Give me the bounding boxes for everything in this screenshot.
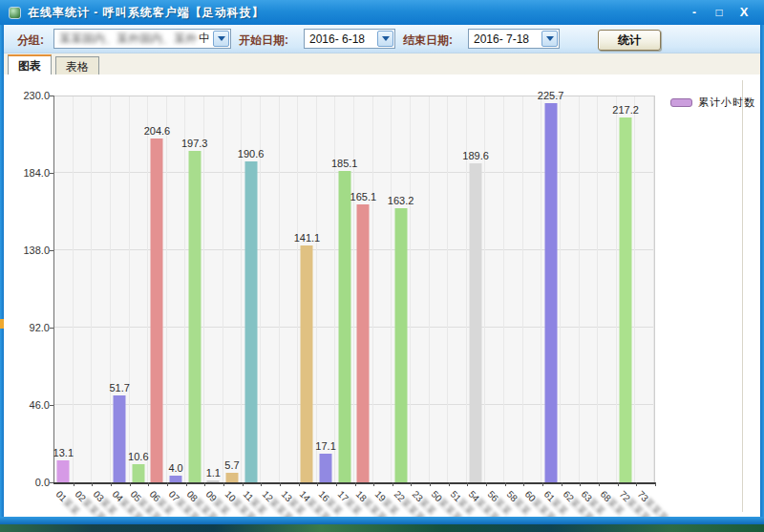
legend-swatch xyxy=(670,98,692,107)
bar-value-label: 204.6 xyxy=(144,125,171,137)
chart-slot: 190.6 xyxy=(242,96,261,482)
y-axis-tick-label: 92.0 xyxy=(13,322,50,333)
bar-value-label: 51.7 xyxy=(109,382,129,394)
bar xyxy=(244,161,257,482)
bar-value-label: 17.1 xyxy=(315,440,335,452)
chart-slot xyxy=(373,96,393,482)
bar xyxy=(470,163,482,482)
x-slot: 02某某某 xyxy=(74,485,93,518)
y-axis-tick xyxy=(50,328,53,329)
start-date-label: 开始日期: xyxy=(239,32,288,49)
desktop-wallpaper-strip xyxy=(0,524,764,532)
bar-value-label: 217.2 xyxy=(612,104,639,116)
app-icon xyxy=(9,7,21,19)
bar-value-label: 4.0 xyxy=(168,462,182,474)
bar-value-label: 185.1 xyxy=(331,158,358,169)
x-slot: 51某某 xyxy=(449,485,468,518)
maximize-button[interactable]: □ xyxy=(709,4,730,21)
chart-slot: 225.7 xyxy=(541,96,561,482)
x-slot: 08某某某 xyxy=(186,485,205,518)
x-slot: 50某某某 xyxy=(430,485,449,518)
x-slot: 23某某 xyxy=(411,485,430,518)
dropdown-arrow-icon[interactable] xyxy=(213,31,229,47)
bar-value-label: 225.7 xyxy=(538,90,564,101)
chart-slot xyxy=(504,96,523,482)
bar xyxy=(170,476,182,482)
bar-value-label: 197.3 xyxy=(181,138,208,149)
title-bar: 在线率统计 - 呼叫系统客户端【足动科技】 - □ X xyxy=(0,0,764,25)
minimize-button[interactable]: - xyxy=(684,4,705,21)
bar xyxy=(225,473,238,482)
x-slot: 13某某 xyxy=(280,485,299,518)
x-slot: 54某某某 xyxy=(467,485,486,518)
chart-slot xyxy=(92,96,111,482)
bar xyxy=(394,208,407,482)
bar-value-label: 141.1 xyxy=(294,232,321,244)
bar-value-label: 189.6 xyxy=(462,150,489,161)
bar-value-label: 190.6 xyxy=(238,148,265,160)
tab-table[interactable]: 表格 xyxy=(55,56,99,74)
chart-slot: 141.1 xyxy=(298,96,317,482)
close-button[interactable]: X xyxy=(733,4,754,21)
tab-chart[interactable]: 图表 xyxy=(8,54,52,74)
bar xyxy=(132,464,144,482)
plot-area: 13.151.710.6204.64.0197.31.15.7190.6141.… xyxy=(54,96,655,482)
bar-value-label: 13.1 xyxy=(53,447,74,458)
x-slot: 63某某 xyxy=(580,485,599,518)
x-slot: 17某某 xyxy=(336,485,355,518)
y-axis-line xyxy=(53,96,54,483)
bar xyxy=(620,117,632,482)
x-slot: 61某某 xyxy=(542,485,562,518)
y-axis-tick xyxy=(50,405,53,406)
bar-value-label: 5.7 xyxy=(224,459,239,471)
x-slot: 19某某 xyxy=(373,485,393,518)
group-combobox[interactable]: 某某国内、某外国内、某外台湾 中 xyxy=(53,29,231,49)
x-slot: 18某某某 xyxy=(355,485,374,518)
app-window: 在线率统计 - 呼叫系统客户端【足动科技】 - □ X 分组: 某某国内、某外国… xyxy=(0,0,764,532)
bar xyxy=(151,138,163,482)
bar xyxy=(544,103,557,482)
statistics-button[interactable]: 统计 xyxy=(598,30,661,51)
y-axis-tick-label: 46.0 xyxy=(13,399,50,411)
bar-value-label: 165.1 xyxy=(350,191,377,202)
x-axis-tick xyxy=(655,482,656,486)
chart-slot: 185.1 xyxy=(335,96,354,482)
bar xyxy=(357,204,370,482)
y-axis-tick xyxy=(50,482,53,483)
bar-value-label: 1.1 xyxy=(206,467,221,479)
chart-slot xyxy=(411,96,430,482)
dropdown-arrow-icon[interactable] xyxy=(377,31,393,47)
window-border-bottom xyxy=(0,517,764,524)
chart-slot: 13.1 xyxy=(54,96,74,482)
x-slot: 16某某 xyxy=(317,485,336,518)
x-slot: 05某某某 xyxy=(130,485,149,518)
bar xyxy=(207,480,220,482)
x-slot: 01某某 xyxy=(54,485,74,518)
bar xyxy=(338,171,350,482)
bar xyxy=(188,151,201,482)
x-slot: 58某某 xyxy=(505,485,524,518)
chart-slot: 10.6 xyxy=(130,96,149,482)
chart-slot: 197.3 xyxy=(185,96,204,482)
bar xyxy=(301,245,313,482)
start-date-combobox[interactable]: 2016- 6-18 xyxy=(304,29,395,49)
dropdown-arrow-icon[interactable] xyxy=(541,31,558,47)
end-date-combobox[interactable]: 2016- 7-18 xyxy=(468,29,560,49)
x-slot: 06某某 xyxy=(148,485,167,518)
chart-slot xyxy=(598,96,617,482)
x-slot: 60某某某 xyxy=(523,485,542,518)
group-combo-value: 某某国内、某外国内、某外台湾 xyxy=(54,31,199,47)
x-slot: 22某某某 xyxy=(393,485,412,518)
tab-bar: 图表 表格 xyxy=(4,53,760,74)
x-slot: 07某某某 xyxy=(167,485,186,518)
y-axis-tick-label: 138.0 xyxy=(13,245,50,256)
panel-divider xyxy=(742,80,743,512)
chart-slot xyxy=(74,96,93,482)
chart-slot: 204.6 xyxy=(148,96,167,482)
group-combo-tail: 中 xyxy=(199,31,212,47)
bar xyxy=(114,395,126,482)
x-slot: 56某某 xyxy=(486,485,505,518)
chart-slot: 163.2 xyxy=(392,96,411,482)
legend-label: 累计小时数 xyxy=(698,96,755,110)
x-slot: 62某某某 xyxy=(562,485,581,518)
